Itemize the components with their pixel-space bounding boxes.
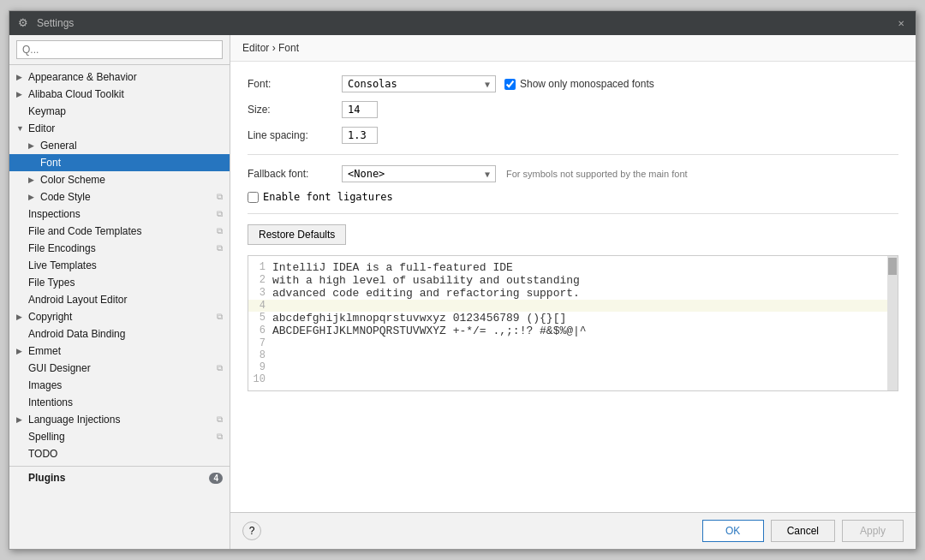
sidebar-item-todo[interactable]: TODO: [9, 445, 230, 462]
sidebar-item-androidlayout[interactable]: Android Layout Editor: [9, 291, 230, 308]
sidebar-item-label: Intentions: [28, 396, 223, 408]
sidebar-item-copyright[interactable]: ▶ Copyright ⧉: [9, 308, 230, 325]
preview-line: 2with a high level of usability and outs…: [248, 274, 887, 287]
size-row: Size:: [248, 101, 898, 118]
preview-line: 8: [248, 349, 887, 361]
line-spacing-input[interactable]: [342, 127, 378, 144]
arrow-icon: ▶: [16, 415, 28, 424]
sidebar-item-filetypes[interactable]: File Types: [9, 274, 230, 291]
right-panel: Editor › Font Font: Consolas ▼: [230, 35, 916, 512]
sidebar-item-label: TODO: [28, 448, 223, 460]
search-input[interactable]: [16, 40, 223, 59]
arrow-icon: ▶: [16, 313, 28, 321]
enable-ligatures-row: Enable font ligatures: [248, 191, 898, 203]
scroll-thumb: [888, 258, 897, 275]
sidebar-item-label: Spelling: [28, 431, 213, 443]
sidebar-item-spelling[interactable]: Spelling ⧉: [9, 428, 230, 445]
sidebar-item-filecodetemplates[interactable]: File and Code Templates ⧉: [9, 223, 230, 240]
dropdown-arrow-icon: ▼: [485, 80, 490, 89]
show-monospaced-checkbox[interactable]: [504, 79, 516, 90]
preview-scrollbar[interactable]: [887, 256, 898, 390]
cancel-button[interactable]: Cancel: [771, 520, 835, 542]
separator-2: [248, 213, 898, 214]
sidebar-item-livetemplates[interactable]: Live Templates: [9, 257, 230, 274]
copy-icon: ⧉: [217, 243, 223, 253]
app-icon: ⚙: [18, 16, 32, 30]
fallback-font-value: <None>: [348, 168, 481, 180]
sidebar-item-inspections[interactable]: Inspections ⧉: [9, 206, 230, 223]
sidebar-item-keymap[interactable]: Keymap: [9, 103, 230, 120]
sidebar-item-plugins[interactable]: Plugins 4: [9, 466, 230, 486]
sidebar-item-editor[interactable]: ▼ Editor: [9, 120, 230, 137]
close-button[interactable]: ✕: [895, 17, 907, 29]
sidebar-item-label: Color Scheme: [40, 174, 223, 186]
fallback-hint: For symbols not supported by the main fo…: [506, 169, 688, 179]
sidebar-item-label: Android Data Binding: [28, 328, 223, 340]
sidebar-item-label: Live Templates: [28, 259, 223, 271]
sidebar-item-label: Emmet: [28, 345, 223, 357]
arrow-icon: ▶: [16, 347, 28, 355]
sidebar-item-label: Images: [28, 379, 223, 391]
preview-lines: 1IntelliJ IDEA is a full-featured IDE 2w…: [248, 256, 887, 390]
sidebar-item-colorscheme[interactable]: ▶ Color Scheme: [9, 171, 230, 188]
arrow-icon: ▶: [16, 73, 28, 81]
arrow-icon: ▶: [28, 176, 40, 184]
sidebar: ▶ Appearance & Behavior ▶ Alibaba Cloud …: [9, 35, 230, 549]
sidebar-item-fileencodings[interactable]: File Encodings ⧉: [9, 240, 230, 257]
sidebar-item-label: File Encodings: [28, 242, 213, 254]
size-input[interactable]: [342, 101, 378, 118]
arrow-icon: ▶: [28, 193, 40, 201]
line-spacing-row: Line spacing:: [248, 127, 898, 144]
preview-line: 3advanced code editing and refactoring s…: [248, 287, 887, 300]
arrow-icon: ▶: [28, 141, 40, 150]
fallback-font-row: Fallback font: <None> ▼ For symbols not …: [248, 165, 898, 182]
apply-button[interactable]: Apply: [842, 520, 904, 542]
arrow-icon: ▶: [16, 90, 28, 98]
copy-icon: ⧉: [217, 363, 223, 373]
sidebar-search-container: [9, 35, 230, 65]
show-monospaced-label: Show only monospaced fonts: [520, 78, 654, 90]
font-dropdown[interactable]: Consolas ▼: [342, 75, 496, 92]
ok-button[interactable]: OK: [702, 520, 764, 542]
enable-ligatures-checkbox[interactable]: [248, 192, 259, 203]
settings-panel: Font: Consolas ▼ Show only monospaced fo…: [230, 62, 916, 512]
sidebar-item-images[interactable]: Images: [9, 377, 230, 394]
sidebar-item-intentions[interactable]: Intentions: [9, 394, 230, 411]
sidebar-item-label: Appearance & Behavior: [28, 71, 223, 83]
sidebar-item-label: Plugins: [28, 472, 206, 484]
sidebar-item-label: Keymap: [28, 105, 223, 117]
preview-line: 5abcdefghijklmnopqrstuvwxyz 0123456789 (…: [248, 312, 887, 325]
sidebar-item-label: Language Injections: [28, 414, 213, 426]
right-panel-wrapper: Editor › Font Font: Consolas ▼: [230, 35, 916, 549]
sidebar-item-languageinjections[interactable]: ▶ Language Injections ⧉: [9, 411, 230, 428]
copy-icon: ⧉: [217, 414, 223, 425]
copy-icon: ⧉: [217, 432, 223, 442]
sidebar-item-font[interactable]: Font: [9, 154, 230, 171]
sidebar-item-label: Editor: [28, 122, 223, 134]
sidebar-item-androiddatabinding[interactable]: Android Data Binding: [9, 325, 230, 343]
sidebar-item-label: General: [40, 140, 223, 152]
copy-icon: ⧉: [217, 192, 223, 202]
sidebar-item-emmet[interactable]: ▶ Emmet: [9, 343, 230, 360]
preview-area: 1IntelliJ IDEA is a full-featured IDE 2w…: [248, 255, 898, 391]
main-content: ▶ Appearance & Behavior ▶ Alibaba Cloud …: [9, 35, 916, 549]
sidebar-item-guidesigner[interactable]: GUI Designer ⧉: [9, 360, 230, 377]
sidebar-item-label: Code Style: [40, 191, 213, 203]
size-label: Size:: [248, 104, 342, 116]
preview-line: 9: [248, 361, 887, 373]
sidebar-item-label: Alibaba Cloud Toolkit: [28, 88, 223, 100]
sidebar-item-label: File and Code Templates: [28, 225, 213, 237]
help-button[interactable]: ?: [242, 521, 261, 540]
fallback-font-dropdown[interactable]: <None> ▼: [342, 165, 496, 182]
sidebar-item-appearance[interactable]: ▶ Appearance & Behavior: [9, 69, 230, 86]
enable-ligatures-label: Enable font ligatures: [263, 191, 393, 203]
dropdown-arrow-icon: ▼: [485, 170, 490, 179]
title-bar: ⚙ Settings ✕: [9, 11, 916, 35]
sidebar-item-general[interactable]: ▶ General: [9, 137, 230, 154]
sidebar-item-label: Copyright: [28, 311, 213, 323]
preview-line: 1IntelliJ IDEA is a full-featured IDE: [248, 261, 887, 274]
plugins-badge: 4: [209, 473, 223, 484]
restore-defaults-button[interactable]: Restore Defaults: [248, 224, 346, 245]
sidebar-item-alibaba[interactable]: ▶ Alibaba Cloud Toolkit: [9, 86, 230, 103]
sidebar-item-codestyle[interactable]: ▶ Code Style ⧉: [9, 188, 230, 206]
